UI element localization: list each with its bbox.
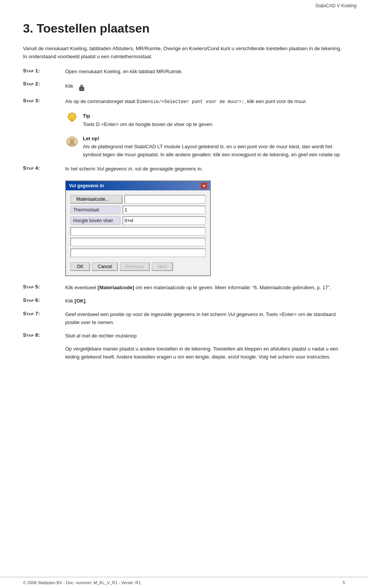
svg-rect-14 bbox=[70, 142, 71, 146]
step-6-content: Klik [OK]. bbox=[65, 297, 345, 305]
letop-content: Let op! Als de plattegrond met StabiCAD … bbox=[83, 135, 345, 159]
step-8-content: Sluit af met de rechter muisknop bbox=[65, 332, 345, 340]
page-footer: © 2006 Stabiplan BV - Doc. nummer: M_KL_… bbox=[0, 577, 368, 588]
dialog-cancel-button[interactable]: Cancel bbox=[92, 262, 118, 271]
thermostaat-input[interactable] bbox=[123, 206, 205, 214]
footer-left: © 2006 Stabiplan BV - Doc. nummer: M_KL_… bbox=[23, 580, 141, 585]
svg-rect-2 bbox=[82, 85, 83, 87]
step-4-row: Stap 4: In het scherm Vul gegevens in, v… bbox=[23, 165, 345, 173]
dialog-body: Materiaalcode... Thermostaat Hoogte bove… bbox=[66, 190, 210, 275]
dialog-previous-button[interactable]: Previous bbox=[120, 262, 150, 271]
dialog-titlebar: Vul gegevens in ✕ bbox=[66, 181, 210, 190]
svg-rect-1 bbox=[80, 85, 82, 87]
tip-content: Tip Toets D <Enter> om de hoogte boven d… bbox=[83, 112, 214, 129]
step-2-row: Stap 2: Klik bbox=[23, 81, 345, 92]
dialog-wrapper: Vul gegevens in ✕ Materiaalcode... Therm… bbox=[65, 180, 345, 276]
svg-point-3 bbox=[81, 88, 82, 90]
page-header: StabiCAD V Koeling bbox=[0, 0, 368, 10]
letop-icon bbox=[65, 134, 79, 148]
step-8-label: Stap 8: bbox=[23, 332, 65, 338]
step-5-label: Stap 5: bbox=[23, 284, 65, 290]
dialog-next-button[interactable]: Next bbox=[152, 262, 173, 271]
step-3-label: Stap 3: bbox=[23, 98, 65, 103]
step-2-label: Stap 2: bbox=[23, 81, 65, 87]
dialog-button-row: OK Cancel Previous Next bbox=[71, 259, 205, 272]
tip-title: Tip bbox=[83, 112, 214, 120]
tip-icon bbox=[65, 111, 79, 125]
dialog-title: Vul gegevens in bbox=[69, 183, 104, 188]
step-6-row: Stap 6: Klik [OK]. bbox=[23, 297, 345, 305]
letop-title: Let op! bbox=[83, 136, 99, 141]
outro-paragraph: Op vergelijkbare manier plaatst u andere… bbox=[65, 345, 345, 361]
svg-rect-15 bbox=[73, 142, 74, 146]
step-5-content: Klik eventueel [Materiaalcode] om een ma… bbox=[65, 284, 345, 292]
thermostaat-label: Thermostaat bbox=[71, 206, 120, 214]
dialog-ok-button[interactable]: OK bbox=[71, 262, 90, 271]
svg-rect-5 bbox=[71, 120, 73, 121]
step-4-label: Stap 4: bbox=[23, 165, 65, 171]
footer-page-number: 5 bbox=[343, 580, 345, 585]
step-7-label: Stap 7: bbox=[23, 311, 65, 316]
step-7-row: Stap 7: Geef eventueel een positie op vo… bbox=[23, 311, 345, 327]
step-3-content: Als op de commandoregel staat Dimensie/<… bbox=[65, 98, 345, 106]
step-3-row: Stap 3: Als op de commandoregel staat Di… bbox=[23, 98, 345, 106]
step-2-content: Klik bbox=[65, 81, 345, 92]
step-7-content: Geef eventueel een positie op voor de in… bbox=[65, 311, 345, 327]
dialog-field-materiaalcode: Materiaalcode... bbox=[71, 195, 205, 203]
hoogte-input[interactable] bbox=[123, 216, 205, 225]
letop-box: Let op! Als de plattegrond met StabiCAD … bbox=[65, 135, 345, 159]
dialog-field-thermostaat: Thermostaat bbox=[71, 206, 205, 214]
materiaalcode-button[interactable]: Materiaalcode... bbox=[71, 195, 122, 203]
intro-paragraph: Vanuit de menukaart Koeling, tabbladen A… bbox=[23, 45, 345, 61]
letop-body: Als de plattegrond met StabiCAD LT modul… bbox=[83, 144, 341, 157]
dialog-field-hoogte: Hoogte boven vloer bbox=[71, 216, 205, 225]
step-6-label: Stap 6: bbox=[23, 297, 65, 303]
header-title: StabiCAD V Koeling bbox=[315, 3, 356, 8]
svg-rect-6 bbox=[71, 121, 73, 122]
tip-body: Toets D <Enter> om de hoogte boven de vl… bbox=[83, 121, 214, 129]
page-content: 3. Toestellen plaatsen Vanuit de menukaa… bbox=[0, 10, 368, 384]
step-1-content: Open menukaart Koeling, en klik tabblad … bbox=[65, 68, 345, 76]
step-8-row: Stap 8: Sluit af met de rechter muisknop bbox=[23, 332, 345, 340]
dialog-field-empty-1 bbox=[71, 227, 205, 236]
thermostat-icon bbox=[76, 81, 85, 92]
chapter-title: 3. Toestellen plaatsen bbox=[23, 21, 345, 36]
tip-box: Tip Toets D <Enter> om de hoogte boven d… bbox=[65, 112, 345, 129]
svg-line-9 bbox=[69, 113, 69, 114]
hoogte-label: Hoogte boven vloer bbox=[71, 216, 120, 225]
svg-point-17 bbox=[70, 136, 74, 139]
dialog-field-empty-3 bbox=[71, 249, 205, 257]
step-5-row: Stap 5: Klik eventueel [Materiaalcode] o… bbox=[23, 284, 345, 292]
step-3-code: Dimensie/<Selecteer punt voor de muur>: bbox=[136, 99, 244, 105]
dialog-close-button[interactable]: ✕ bbox=[201, 183, 207, 189]
dialog-box: Vul gegevens in ✕ Materiaalcode... Therm… bbox=[65, 180, 211, 276]
svg-rect-16 bbox=[71, 141, 73, 144]
step-1-label: Stap 1: bbox=[23, 68, 65, 74]
step-4-content: In het scherm Vul gegevens in, vul de ge… bbox=[65, 165, 345, 173]
svg-line-8 bbox=[75, 113, 76, 114]
step-1-row: Stap 1: Open menukaart Koeling, en klik … bbox=[23, 68, 345, 76]
dialog-field-empty-2 bbox=[71, 238, 205, 246]
